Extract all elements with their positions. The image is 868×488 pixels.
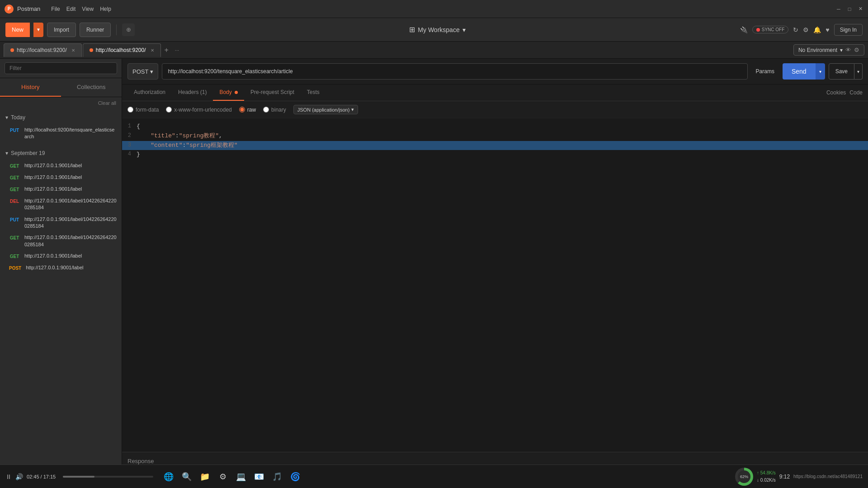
taskbar-icon-3[interactable]: 📁 (197, 469, 213, 485)
progress-time: 02:45 / 17:15 (27, 474, 56, 479)
main-area: History Collections Clear all ▾ Today PU… (0, 59, 868, 488)
taskbar-icon-5[interactable]: 💻 (233, 469, 249, 485)
body-options: form-data x-www-form-urlencoded raw bina… (122, 101, 868, 118)
tab-history[interactable]: History (0, 78, 61, 97)
tab-1[interactable]: http://localhost:9200/ ✕ (83, 43, 161, 57)
new-button-dropdown[interactable]: ▼ (33, 23, 43, 37)
maximize-button[interactable]: □ (846, 6, 853, 12)
code-line-4: 4 } (122, 150, 868, 160)
list-item[interactable]: PUT http://localhost:9200/tensquare_elas… (0, 124, 122, 143)
raw-option[interactable]: raw (239, 107, 256, 113)
list-item[interactable]: POST http://127.0.0.1:9001/label (0, 262, 122, 274)
titlebar-left: P Postman File Edit View Help (5, 5, 111, 14)
urlencoded-option[interactable]: x-www-form-urlencoded (166, 107, 231, 113)
audio-icon[interactable]: 🔊 (15, 473, 23, 480)
tab-tests[interactable]: Tests (301, 84, 326, 101)
taskbar-icon-7[interactable]: 🎵 (269, 469, 285, 485)
sep19-chevron-icon: ▾ (5, 150, 8, 156)
list-item[interactable]: GET http://127.0.0.1:9001/label (0, 172, 122, 183)
new-button[interactable]: New (5, 23, 30, 37)
code-line-2: 2 "title":"spring教程", (122, 131, 868, 141)
filter-input[interactable] (5, 62, 117, 74)
window-controls: ─ □ ✕ (835, 6, 863, 12)
workspace-grid-icon: ⊞ (409, 25, 415, 34)
taskbar-icons: 🌐 🔍 📁 ⚙ 💻 📧 🎵 🌀 (160, 469, 731, 485)
json-type-selector[interactable]: JSON (application/json) ▾ (293, 105, 359, 114)
history-url: http://127.0.0.1:9001/label (24, 186, 82, 192)
params-button[interactable]: Params (751, 66, 779, 76)
add-tab-button[interactable]: + (162, 46, 171, 54)
save-dropdown-button[interactable]: ▾ (854, 63, 863, 80)
taskbar-icon-1[interactable]: 🌐 (160, 469, 177, 485)
taskbar-icon-2[interactable]: 🔍 (179, 469, 195, 485)
today-chevron-icon: ▾ (5, 114, 8, 121)
close-button[interactable]: ✕ (857, 6, 863, 12)
eye-icon[interactable]: 👁 (845, 47, 851, 53)
menu-bar: File Edit View Help (51, 6, 111, 12)
list-item[interactable]: GET http://127.0.0.1:9001/label (0, 250, 122, 262)
minimize-button[interactable]: ─ (835, 6, 842, 12)
tab-collections[interactable]: Collections (61, 78, 122, 97)
menu-edit[interactable]: Edit (66, 6, 76, 12)
tab-close-0[interactable]: ✕ (71, 48, 75, 53)
taskbar-icon-6[interactable]: 📧 (251, 469, 267, 485)
json-chevron-icon: ▾ (351, 107, 354, 113)
heart-icon[interactable]: ♥ (826, 26, 829, 33)
code-editor[interactable]: 1 { 2 "title":"spring教程", 3 "content":"s… (122, 118, 868, 452)
tab-label-0: http://localhost:9200/ (17, 47, 67, 53)
settings-icon[interactable]: ⚙ (803, 26, 809, 33)
sidebar: History Collections Clear all ▾ Today PU… (0, 59, 122, 488)
form-data-option[interactable]: form-data (127, 107, 159, 113)
today-header[interactable]: ▾ Today (0, 111, 122, 124)
progress-bar (63, 476, 94, 478)
tab-0[interactable]: http://localhost:9200/ ✕ (4, 43, 82, 57)
menu-help[interactable]: Help (100, 6, 111, 12)
send-button[interactable]: Send (783, 63, 816, 80)
menu-file[interactable]: File (51, 6, 60, 12)
history-url: http://127.0.0.1:9001/label/104226264220… (24, 234, 117, 248)
list-item[interactable]: DEL http://127.0.0.1:9001/label/10422626… (0, 195, 122, 214)
sep19-header[interactable]: ▾ September 19 (0, 146, 122, 160)
history-url: http://127.0.0.1:9001/label/104226264220… (24, 197, 117, 211)
tab-authorization[interactable]: Authorization (127, 84, 172, 101)
history-icon[interactable]: ↻ (793, 26, 798, 33)
menu-view[interactable]: View (82, 6, 94, 12)
tabbar: http://localhost:9200/ ✕ http://localhos… (0, 42, 868, 59)
save-button[interactable]: Save (829, 63, 854, 80)
list-item[interactable]: GET http://127.0.0.1:9001/label/10422626… (0, 232, 122, 250)
send-dropdown-button[interactable]: ▾ (816, 63, 825, 80)
system-tray: 62% ↑ 54.8K/s ↓ 0.02K/s 9:12 (735, 468, 790, 486)
taskbar-icon-8[interactable]: 🌀 (287, 469, 303, 485)
history-url: http://127.0.0.1:9001/label (24, 162, 82, 169)
taskbar-icon-4[interactable]: ⚙ (215, 469, 231, 485)
url-input[interactable] (162, 63, 747, 80)
tab-close-1[interactable]: ✕ (151, 48, 154, 53)
env-settings-icon[interactable]: ⚙ (854, 47, 859, 53)
cookies-link[interactable]: Cookies (826, 89, 846, 96)
tab-label-1: http://localhost:9200/ (96, 47, 146, 53)
app-logo: P (5, 5, 14, 14)
sync-button[interactable]: SYNC OFF (752, 26, 789, 33)
runner-button[interactable]: Runner (80, 23, 111, 37)
binary-option[interactable]: binary (263, 107, 286, 113)
tab-prerequest[interactable]: Pre-request Script (244, 84, 301, 101)
import-button[interactable]: Import (47, 23, 76, 37)
toolbar-extra-button[interactable]: ⊕ (122, 23, 135, 36)
tab-headers[interactable]: Headers (1) (172, 84, 213, 101)
environment-selector[interactable]: No Environment ▾ 👁 ⚙ (793, 44, 864, 56)
env-icons: 👁 ⚙ (845, 47, 859, 53)
tab-body[interactable]: Body (213, 84, 244, 101)
sign-in-button[interactable]: Sign In (834, 24, 863, 36)
list-item[interactable]: GET http://127.0.0.1:9001/label (0, 183, 122, 195)
bell-icon[interactable]: 🔔 (813, 26, 821, 33)
pause-icon[interactable]: ⏸ (5, 473, 12, 480)
progress-bar-container[interactable] (63, 476, 153, 478)
list-item[interactable]: PUT http://127.0.0.1:9001/label/10422626… (0, 214, 122, 232)
workspace-button[interactable]: ⊞ My Workspace ▾ (409, 25, 465, 34)
more-tabs-button[interactable]: ··· (172, 47, 182, 53)
list-item[interactable]: GET http://127.0.0.1:9001/label (0, 160, 122, 172)
code-link[interactable]: Code (849, 89, 863, 96)
method-selector[interactable]: POST ▾ (127, 63, 158, 80)
clear-all-button[interactable]: Clear all (98, 100, 116, 106)
interceptor-icon[interactable]: 🔌 (740, 26, 748, 33)
